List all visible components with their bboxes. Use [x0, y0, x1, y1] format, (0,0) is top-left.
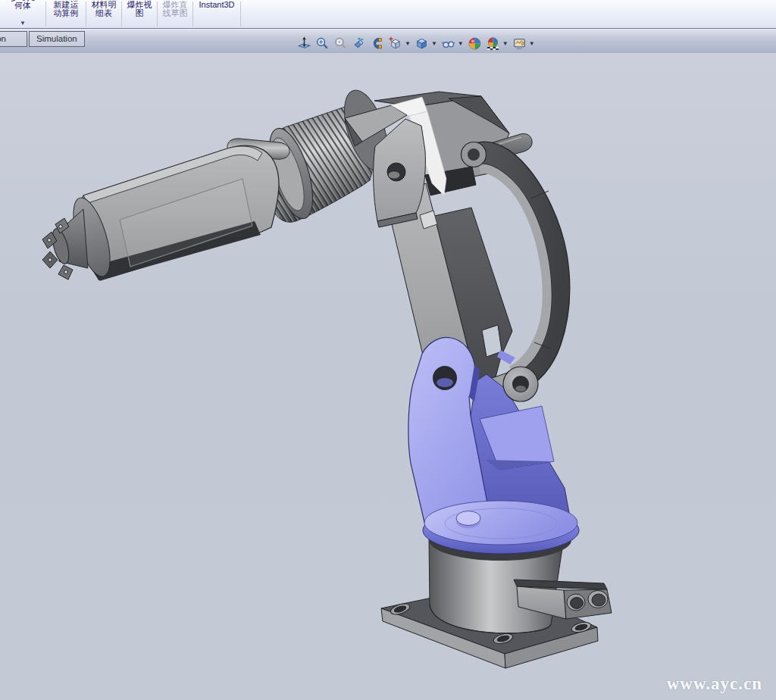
new-motion-study-button[interactable]: 新建运 动算例: [46, 0, 86, 28]
watermark: www.ayc.cn: [667, 674, 762, 694]
exploded-view-button[interactable]: 爆炸视 图: [122, 0, 157, 28]
dropdown-arrow-icon[interactable]: ▼: [458, 40, 464, 47]
model-base-collar: [423, 501, 579, 561]
bill-of-materials-button[interactable]: 材料明 细表: [86, 0, 121, 28]
robot-arm-model: [0, 53, 776, 700]
dropdown-arrow-icon[interactable]: ▼: [502, 40, 508, 47]
view-settings-icon[interactable]: [512, 36, 527, 52]
side-box-bore: [567, 594, 585, 611]
heads-up-view-toolbar: ▼ ▼ ▼: [296, 34, 536, 52]
edit-appearance-icon[interactable]: [467, 36, 483, 52]
apply-scene-icon[interactable]: [485, 36, 501, 52]
reference-geometry-label: 参考几 何体: [11, 0, 36, 10]
reference-geometry-button[interactable]: 参考几 何体 ▼: [0, 0, 45, 28]
dropdown-arrow-icon[interactable]: ▼: [20, 20, 26, 27]
hide-show-items-icon[interactable]: [440, 36, 456, 52]
instant3d-button[interactable]: Instant3D: [193, 0, 240, 28]
previous-view-icon[interactable]: [351, 36, 367, 52]
zoom-to-area-icon[interactable]: [314, 36, 330, 52]
tab-animation[interactable]: ation: [0, 31, 27, 47]
dropdown-arrow-icon[interactable]: ▼: [405, 40, 411, 47]
solidworks-window: 参考几 何体 ▼ 新建运 动算例 材料明 细表 爆炸视 图: [0, 0, 776, 700]
explode-line-sketch-button[interactable]: 爆炸直 线草图: [158, 0, 192, 28]
graphics-viewport[interactable]: www.ayc.cn: [0, 53, 776, 700]
zoom-to-fit-icon[interactable]: [296, 36, 312, 52]
side-box-bore: [588, 591, 608, 608]
view-orientation-icon[interactable]: [387, 36, 403, 52]
dropdown-arrow-icon[interactable]: ▼: [431, 40, 437, 47]
collar-boss: [456, 511, 480, 529]
display-style-icon[interactable]: [414, 36, 430, 52]
zoom-in-out-icon[interactable]: [333, 36, 349, 52]
section-view-icon[interactable]: [369, 36, 385, 52]
command-manager-bar: 参考几 何体 ▼ 新建运 动算例 材料明 细表 爆炸视 图: [0, 0, 776, 29]
command-manager-tab-bar: ation Simulation: [0, 29, 776, 53]
model-forearm: [42, 139, 289, 280]
tab-simulation[interactable]: Simulation: [29, 31, 85, 47]
dropdown-arrow-icon[interactable]: ▼: [529, 40, 535, 47]
toolbar-separator: [240, 2, 241, 27]
model-joint-boss: [503, 367, 538, 402]
